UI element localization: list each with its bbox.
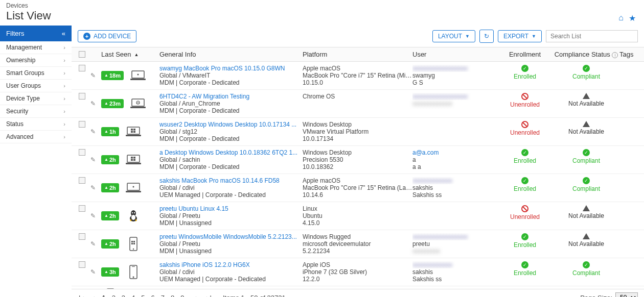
page-number[interactable]: 4	[130, 294, 136, 298]
page-number[interactable]: 7	[160, 294, 166, 298]
star-icon[interactable]: ★	[629, 13, 636, 23]
row-checkbox[interactable]	[79, 261, 85, 268]
svg-rect-8	[131, 129, 133, 131]
svg-rect-17	[133, 159, 135, 161]
row-checkbox[interactable]	[79, 121, 85, 128]
device-type-icon	[124, 266, 143, 278]
row-checkbox[interactable]	[79, 177, 85, 184]
chevron-right-icon: ›	[63, 70, 65, 76]
layout-button[interactable]: LAYOUT ▼	[432, 30, 475, 42]
last-seen-badge: ▲2h	[101, 211, 119, 220]
page-number[interactable]: 5	[140, 294, 146, 298]
col-last-seen[interactable]: Last Seen ▲	[98, 51, 159, 58]
row-checkbox[interactable]	[79, 65, 85, 71]
col-tags[interactable]: Tags	[619, 51, 644, 58]
edit-icon[interactable]: ✎	[90, 100, 96, 107]
add-device-label: ADD DEVICE	[94, 33, 131, 40]
table-row[interactable]: ✎▲2hpreetu Ubuntu Linux 4.15Global / Pre…	[72, 202, 644, 230]
compliance-status: Not Available	[553, 233, 619, 247]
page-number[interactable]: 1	[101, 294, 106, 298]
device-name-link[interactable]: preetu Ubuntu Linux 4.15	[159, 205, 303, 212]
col-general-info[interactable]: General Info	[159, 51, 303, 58]
filters-header[interactable]: Filters «	[0, 26, 72, 41]
add-device-button[interactable]: + ADD DEVICE	[78, 30, 136, 42]
sidebar-item-device-type[interactable]: Device Type›	[0, 92, 72, 105]
page-number[interactable]: 2	[111, 294, 117, 298]
sidebar-item-ownership[interactable]: Ownership›	[0, 54, 72, 67]
edit-icon[interactable]: ✎	[90, 268, 96, 276]
device-name-link[interactable]: sakshis MacBook Pro macOS 10.14.6 FD58	[159, 177, 303, 184]
device-name-link[interactable]: preetu WindowsMobile WindowsMobile 5.2.2…	[159, 233, 303, 240]
table-row[interactable]: ✎▲23m6HTD4C2 - AW Migration TestingGloba…	[72, 90, 644, 118]
prev-page-button[interactable]: ◂	[90, 294, 96, 298]
page-number[interactable]: 3	[121, 294, 126, 298]
chevron-right-icon: ›	[63, 83, 65, 89]
row-checkbox[interactable]	[79, 233, 85, 240]
info-icon[interactable]: i	[612, 52, 618, 58]
enrollment-status: Unenrolled	[497, 93, 553, 108]
device-type-icon	[124, 126, 143, 138]
edit-icon[interactable]: ✎	[90, 128, 96, 135]
next-page-button[interactable]: ▸	[195, 294, 200, 298]
svg-rect-11	[133, 131, 135, 133]
page-number[interactable]: 8	[170, 294, 175, 298]
select-all-checkbox[interactable]	[79, 51, 85, 58]
edit-icon[interactable]: ✎	[90, 156, 96, 163]
table-row[interactable]: ✎▲2hsakshis MacBook Pro macOS 10.14.6 FD…	[72, 174, 644, 202]
row-checkbox[interactable]	[79, 149, 85, 156]
table-row[interactable]: ✎▲2ha Desktop Windows Desktop 10.0.18362…	[72, 146, 644, 174]
enrollment-status: ✓Enrolled	[497, 177, 553, 192]
sidebar-item-management[interactable]: Management›	[0, 41, 72, 54]
device-type-icon	[124, 154, 143, 166]
edit-icon[interactable]: ✎	[90, 72, 96, 79]
page-number[interactable]: 9	[179, 294, 185, 298]
table-row[interactable]: ✎▲3hsakshis iPhone iOS 12.2.0 HG6XGlobal…	[72, 258, 644, 286]
device-name-link[interactable]: swamyg MacBook Pro macOS 10.15.0 G8WN	[159, 65, 303, 72]
col-platform[interactable]: Platform	[303, 51, 412, 58]
svg-point-34	[132, 277, 134, 278]
chevron-right-icon: ›	[63, 95, 65, 102]
device-type-icon	[129, 97, 147, 110]
enrollment-status: Unenrolled	[497, 121, 553, 136]
svg-rect-13	[127, 155, 140, 162]
search-input[interactable]	[546, 30, 638, 42]
first-page-button[interactable]: |◂	[78, 294, 85, 298]
svg-rect-31	[133, 243, 135, 244]
table-header-row: Last Seen ▲ General Info Platform User E…	[72, 47, 644, 62]
row-checkbox[interactable]	[79, 93, 85, 100]
edit-icon[interactable]: ✎	[90, 240, 96, 247]
device-name-link[interactable]: a Desktop Windows Desktop 10.0.18362 6TQ…	[159, 149, 303, 156]
device-name-link[interactable]: 6HTD4C2 - AW Migration Testing	[159, 93, 303, 100]
collapse-icon[interactable]: «	[62, 30, 65, 37]
svg-point-24	[131, 215, 135, 220]
page-size-select[interactable]: 50	[615, 292, 638, 297]
sidebar-item-security[interactable]: Security›	[0, 105, 72, 118]
device-name-link[interactable]: sakshis iPhone iOS 12.2.0 HG6X	[159, 261, 303, 268]
last-seen-badge: ▲18m	[101, 71, 124, 80]
page-number[interactable]: 6	[150, 294, 156, 298]
table-row[interactable]: ✎▲18mswamyg MacBook Pro macOS 10.15.0 G8…	[72, 62, 644, 90]
row-checkbox[interactable]	[79, 205, 85, 212]
table-row[interactable]: ✎▲2hpreetu WindowsMobile WindowsMobile 5…	[72, 230, 644, 258]
sidebar-item-smart-groups[interactable]: Smart Groups›	[0, 67, 72, 80]
sidebar-item-user-groups[interactable]: User Groups›	[0, 80, 72, 92]
user-email: xxxxxxxxxxxxx	[412, 177, 497, 184]
compliance-status: Not Available	[553, 205, 619, 219]
sidebar-item-advanced[interactable]: Advanced›	[0, 131, 72, 143]
last-page-button[interactable]: ▸|	[205, 294, 213, 298]
col-user[interactable]: User	[412, 51, 497, 58]
sidebar-item-status[interactable]: Status›	[0, 118, 72, 131]
enrollment-status: ✓Enrolled	[497, 149, 553, 164]
home-icon[interactable]: ⌂	[618, 13, 624, 23]
device-name-link[interactable]: wsuser2 Desktop Windows Desktop 10.0.171…	[159, 121, 303, 128]
refresh-button[interactable]: ↻	[479, 30, 494, 43]
col-compliance[interactable]: Compliance Status i	[553, 51, 619, 58]
col-enrollment[interactable]: Enrollment	[497, 51, 553, 58]
refresh-icon: ↻	[484, 33, 489, 40]
export-button[interactable]: EXPORT ▼	[498, 30, 542, 42]
table-row[interactable]: ✎▲1hwsuser2 Desktop Windows Desktop 10.0…	[72, 118, 644, 146]
edit-icon[interactable]: ✎	[90, 212, 96, 219]
user-email[interactable]: a@a.com	[412, 149, 497, 156]
svg-point-32	[133, 249, 134, 250]
edit-icon[interactable]: ✎	[90, 184, 96, 191]
